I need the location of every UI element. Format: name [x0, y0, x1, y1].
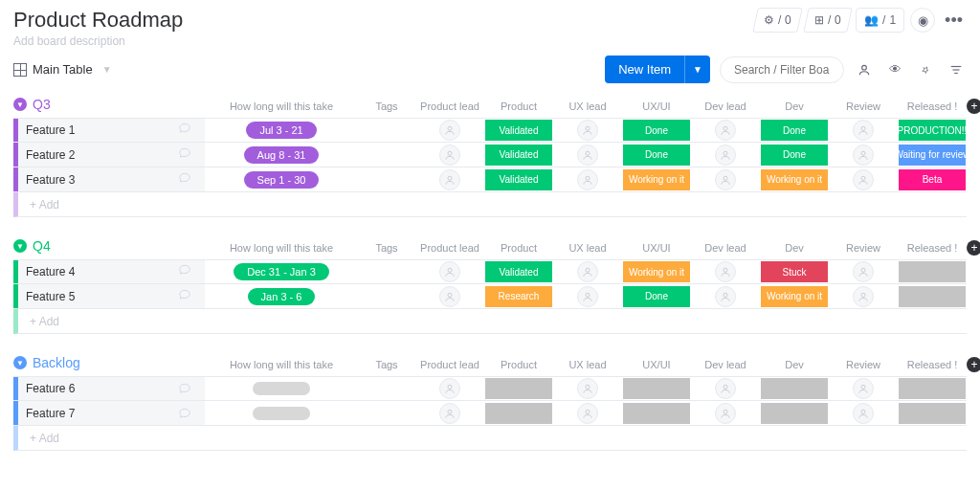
add-item-button[interactable]: + Add: [13, 192, 967, 217]
person-cell[interactable]: [853, 145, 874, 166]
status-cell[interactable]: Validated: [485, 169, 552, 190]
status-cell[interactable]: [899, 261, 966, 282]
person-cell[interactable]: [853, 286, 874, 307]
chat-icon[interactable]: [178, 171, 199, 188]
status-cell[interactable]: Research: [485, 286, 552, 307]
status-cell[interactable]: Beta: [899, 169, 966, 190]
status-cell[interactable]: PRODUCTION!!: [899, 120, 966, 141]
timeline-cell[interactable]: Jan 3 - 6: [248, 288, 316, 305]
column-header[interactable]: How long will this take: [205, 238, 358, 257]
column-header[interactable]: Product: [484, 355, 553, 374]
group-name[interactable]: Q3: [33, 97, 51, 112]
column-header[interactable]: Review: [829, 97, 898, 116]
person-cell[interactable]: [439, 120, 460, 141]
item-name[interactable]: Feature 3: [13, 167, 205, 191]
column-header[interactable]: Dev lead: [691, 355, 760, 374]
person-cell[interactable]: [439, 378, 460, 399]
members-button[interactable]: 👥/1: [856, 8, 904, 33]
person-cell[interactable]: [715, 169, 736, 190]
person-cell[interactable]: [577, 261, 598, 282]
column-header[interactable]: Released !: [898, 97, 967, 116]
item-name[interactable]: Feature 2: [13, 143, 205, 167]
person-cell[interactable]: [577, 378, 598, 399]
person-cell[interactable]: [715, 261, 736, 282]
person-cell[interactable]: [439, 261, 460, 282]
add-column-button[interactable]: +: [967, 99, 980, 114]
column-header[interactable]: How long will this take: [205, 355, 358, 374]
search-input[interactable]: [720, 56, 844, 83]
group-collapse-icon[interactable]: ▼: [13, 239, 27, 253]
pin-icon[interactable]: [915, 63, 936, 77]
group-collapse-icon[interactable]: ▼: [13, 98, 27, 111]
person-cell[interactable]: [853, 169, 874, 190]
column-header[interactable]: Released !: [898, 355, 967, 374]
chat-icon[interactable]: [178, 288, 199, 304]
status-cell[interactable]: [623, 378, 690, 399]
status-cell[interactable]: [485, 403, 552, 424]
person-cell[interactable]: [715, 403, 736, 424]
timeline-cell[interactable]: [253, 407, 310, 420]
group-collapse-icon[interactable]: ▼: [13, 356, 27, 369]
status-cell[interactable]: [899, 378, 966, 399]
add-column-button[interactable]: +: [967, 357, 980, 372]
person-cell[interactable]: [577, 120, 598, 141]
chat-icon[interactable]: [178, 263, 199, 279]
person-cell[interactable]: [853, 403, 874, 424]
column-header[interactable]: Review: [829, 355, 898, 374]
group-name[interactable]: Q4: [33, 238, 51, 254]
status-cell[interactable]: Working on it: [623, 261, 690, 282]
person-cell[interactable]: [577, 145, 598, 166]
status-cell[interactable]: Working on it: [761, 169, 828, 190]
new-item-dropdown[interactable]: ▼: [684, 56, 710, 83]
status-cell[interactable]: Done: [623, 286, 690, 307]
column-header[interactable]: Dev: [760, 238, 829, 257]
column-header[interactable]: How long will this take: [205, 97, 358, 116]
timeline-cell[interactable]: [253, 382, 310, 395]
column-header[interactable]: Dev lead: [691, 238, 760, 257]
chat-icon[interactable]: [178, 122, 199, 138]
timeline-cell[interactable]: Sep 1 - 30: [244, 171, 320, 189]
person-cell[interactable]: [577, 286, 598, 307]
eye-icon[interactable]: 👁: [884, 62, 905, 77]
person-cell[interactable]: [715, 286, 736, 307]
integrations-button[interactable]: ⊞/0: [803, 8, 853, 33]
person-cell[interactable]: [853, 120, 874, 141]
column-header[interactable]: UX/UI: [622, 238, 691, 257]
status-cell[interactable]: [485, 378, 552, 399]
person-cell[interactable]: [853, 378, 874, 399]
person-cell[interactable]: [715, 120, 736, 141]
status-cell[interactable]: [761, 403, 828, 424]
status-cell[interactable]: Validated: [485, 261, 552, 282]
column-header[interactable]: UX/UI: [622, 97, 691, 116]
column-header[interactable]: Dev: [760, 355, 829, 374]
item-name[interactable]: Feature 4: [13, 260, 205, 283]
column-header[interactable]: Released !: [898, 238, 967, 257]
activity-icon[interactable]: ◉: [910, 8, 935, 33]
status-cell[interactable]: [623, 403, 690, 424]
column-header[interactable]: Product lead: [415, 97, 484, 116]
item-name[interactable]: Feature 6: [13, 377, 205, 400]
column-header[interactable]: Product: [484, 238, 553, 257]
status-cell[interactable]: Done: [623, 120, 690, 141]
column-header[interactable]: Product: [484, 97, 553, 116]
column-header[interactable]: Tags: [358, 97, 415, 116]
item-name[interactable]: Feature 7: [13, 401, 205, 425]
status-cell[interactable]: Working on it: [761, 286, 828, 307]
timeline-cell[interactable]: Jul 3 - 21: [246, 122, 316, 139]
add-column-button[interactable]: +: [967, 240, 980, 256]
status-cell[interactable]: Validated: [485, 120, 552, 141]
board-description[interactable]: Add board description: [13, 34, 183, 48]
item-name[interactable]: Feature 1: [13, 119, 205, 142]
status-cell[interactable]: [899, 403, 966, 424]
column-header[interactable]: Dev lead: [691, 97, 760, 116]
group-name[interactable]: Backlog: [33, 355, 80, 370]
person-cell[interactable]: [439, 403, 460, 424]
person-cell[interactable]: [439, 286, 460, 307]
chat-icon[interactable]: [178, 407, 199, 423]
status-cell[interactable]: Waiting for review: [899, 145, 966, 166]
filter-icon[interactable]: [946, 63, 967, 77]
person-filter-icon[interactable]: [854, 63, 875, 77]
add-item-button[interactable]: + Add: [13, 426, 967, 451]
chat-icon[interactable]: [178, 382, 199, 398]
person-cell[interactable]: [715, 378, 736, 399]
